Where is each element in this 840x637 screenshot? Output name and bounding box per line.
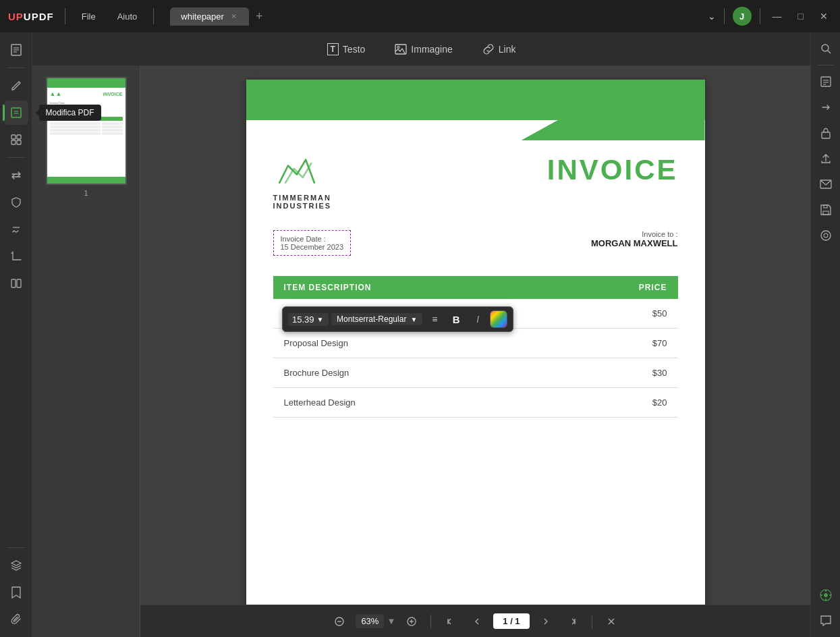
sidebar-icon-layers[interactable] [4, 553, 28, 578]
bold-button[interactable]: B [447, 310, 466, 329]
item-price-cell: $70 [551, 328, 678, 358]
menu-file[interactable]: File [76, 9, 101, 24]
zoom-control: 63% ▼ [356, 614, 395, 628]
link-label: Link [499, 44, 516, 55]
layers-icon [9, 559, 23, 572]
zoom-in-button[interactable] [401, 611, 422, 632]
align-button[interactable]: ≡ [425, 310, 444, 329]
right-share-icon[interactable] [815, 148, 837, 169]
zoom-dropdown-icon[interactable]: ▼ [387, 616, 395, 626]
toolbar-link[interactable]: Link [476, 40, 523, 58]
right-snapshot-icon[interactable] [815, 225, 837, 246]
right-convert-icon[interactable] [815, 96, 837, 118]
invoice-top-row: TIMMERMANINDUSTRIES INVOICE [273, 154, 678, 210]
top-bar: UPUPDF File Aiuto whitepaper ✕ + ⌄ J — □… [0, 0, 840, 32]
page-indicator[interactable]: 1 / 1 [493, 613, 529, 629]
organize-icon [9, 133, 23, 146]
top-divider-2 [153, 8, 154, 24]
toolbar-testo[interactable]: T Testo [320, 40, 372, 58]
toolbar-immagine[interactable]: Immagine [388, 41, 459, 57]
format-toolbar: 15.39 ▼ Montserrat-Regular ▼ ≡ B I [282, 306, 513, 332]
item-price-cell: $50 [551, 299, 678, 329]
sidebar-icon-crop[interactable] [4, 244, 28, 269]
top-divider-4 [760, 8, 760, 24]
item-desc-cell: Brochure Design [273, 358, 551, 387]
left-sidebar: Modifica PDF [0, 32, 32, 637]
right-chat-icon[interactable] [815, 610, 837, 632]
top-divider-3 [724, 8, 725, 24]
invoice-page: TIMMERMANINDUSTRIES INVOICE Invoice Date… [246, 80, 705, 637]
thumbnail-image: ▲▲ INVOICE Invoice Date15 December 2023 … [46, 77, 127, 185]
right-lock-icon[interactable] [815, 122, 837, 144]
sidebar-icon-annotate[interactable] [4, 74, 28, 98]
invoice-table: ITEM DESCRIPTION PRICE Magazine Design $… [273, 276, 678, 418]
sidebar-divider-2 [7, 157, 26, 158]
close-button[interactable]: ✕ [816, 11, 832, 22]
item-desc-cell: Proposal Design [273, 328, 551, 358]
right-ocr-icon[interactable] [815, 71, 837, 92]
right-search-icon[interactable] [815, 38, 837, 59]
protect-icon [9, 196, 23, 209]
right-bottom [815, 584, 837, 632]
zoom-out-icon [334, 616, 345, 627]
tab-whitepaper[interactable]: whitepaper ✕ [170, 7, 249, 26]
invoice-date-box[interactable]: Invoice Date : 15 December 2023 [273, 230, 352, 256]
color-picker-button[interactable] [490, 310, 507, 328]
first-page-button[interactable] [439, 611, 461, 632]
item-desc-cell: Letterhead Design [273, 387, 551, 417]
maximize-button[interactable]: □ [794, 11, 808, 22]
edit-icon [9, 106, 23, 119]
right-save-icon[interactable] [815, 199, 837, 221]
invoice-to-name: MORGAN MAXWELL [591, 238, 678, 248]
sidebar-icon-attachment[interactable] [4, 607, 28, 632]
tab-add-button[interactable]: + [252, 9, 267, 24]
font-family-control[interactable]: Montserrat-Regular ▼ [331, 313, 422, 325]
content-area: T Testo Immagine [32, 32, 810, 637]
tab-close-icon[interactable]: ✕ [229, 12, 238, 21]
last-page-button[interactable] [562, 611, 584, 632]
sidebar-icon-protect[interactable] [4, 190, 28, 215]
sidebar-icon-convert[interactable] [4, 163, 28, 188]
next-page-button[interactable] [535, 611, 557, 632]
tab-dropdown-icon[interactable]: ⌄ [708, 11, 716, 22]
sidebar-icon-reader[interactable] [4, 38, 28, 62]
main-layout: Modifica PDF [0, 32, 840, 637]
svg-rect-27 [821, 77, 831, 86]
menu-aiuto[interactable]: Aiuto [112, 9, 143, 24]
ai-icon [818, 588, 833, 603]
right-divider-1 [818, 65, 834, 65]
pdf-main[interactable]: 15.39 ▼ Montserrat-Regular ▼ ≡ B I [140, 66, 810, 637]
invoice-header-decoration [246, 120, 705, 140]
invoice-to: Invoice to : MORGAN MAXWELL [591, 230, 678, 256]
right-ai-icon[interactable] [815, 584, 837, 606]
sidebar-icon-edit[interactable]: Modifica PDF [4, 101, 28, 125]
user-avatar[interactable]: J [733, 7, 752, 26]
svg-rect-13 [17, 279, 21, 287]
thumbnail-page-1[interactable]: ▲▲ INVOICE Invoice Date15 December 2023 … [46, 77, 127, 197]
invoice-title-right: INVOICE [547, 154, 678, 186]
font-dropdown-icon: ▼ [410, 316, 417, 323]
table-row: Brochure Design $30 [273, 358, 678, 387]
invoice-to-label: Invoice to : [591, 230, 678, 238]
company-logo-svg [273, 154, 320, 190]
sidebar-icon-organize[interactable] [4, 128, 28, 152]
prev-page-button[interactable] [466, 611, 488, 632]
immagine-icon [395, 44, 407, 55]
sidebar-icon-compare[interactable] [4, 271, 28, 296]
ocr-icon [820, 76, 832, 88]
font-size-control[interactable]: 15.39 ▼ [288, 313, 329, 326]
svg-rect-33 [823, 211, 829, 215]
close-bottom-button[interactable] [600, 611, 622, 632]
lock-icon [820, 127, 831, 139]
sidebar-icon-sign[interactable] [4, 217, 28, 242]
col-price: PRICE [551, 276, 678, 299]
testo-icon: T [327, 43, 339, 55]
zoom-out-button[interactable] [329, 611, 350, 632]
minimize-button[interactable]: — [768, 11, 786, 22]
right-email-icon[interactable] [815, 173, 837, 195]
table-row: Letterhead Design $20 [273, 387, 678, 417]
table-header-row: ITEM DESCRIPTION PRICE [273, 276, 678, 299]
svg-point-25 [822, 45, 829, 51]
italic-button[interactable]: I [468, 310, 487, 329]
sidebar-icon-bookmark[interactable] [4, 580, 28, 605]
